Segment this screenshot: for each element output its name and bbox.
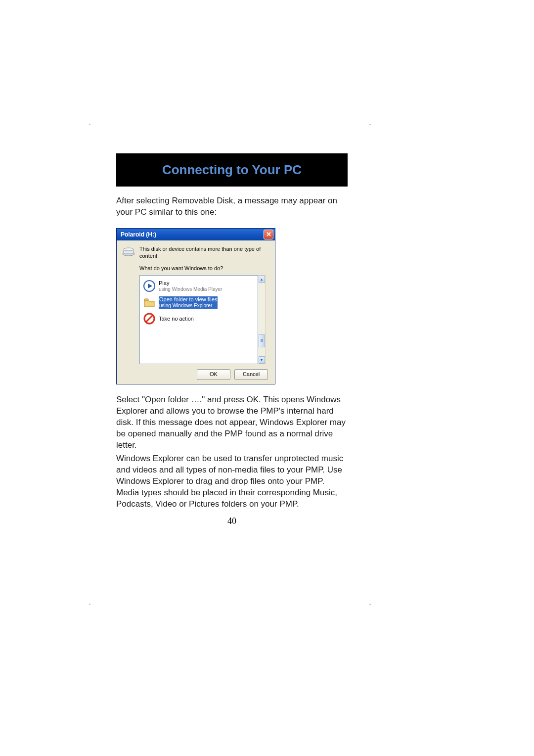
chevron-up-icon: ▴ (261, 277, 263, 282)
no-action-icon (143, 312, 156, 325)
option-title: Open folder to view files (159, 296, 218, 303)
folder-icon (143, 296, 156, 309)
body-paragraph-1: Select "Open folder …." and press OK. Th… (116, 394, 348, 451)
dialog-message: This disk or device contains more than o… (139, 245, 270, 260)
autoplay-dialog-figure: Polaroid (H:) ✕ This disk or device cont… (116, 228, 275, 385)
dialog-titlebar: Polaroid (H:) ✕ (117, 229, 275, 240)
scroll-down-button[interactable]: ▾ (259, 356, 265, 364)
intro-paragraph: After selecting Removable Disk, a messag… (116, 195, 348, 218)
ok-button[interactable]: OK (197, 369, 230, 380)
svg-rect-5 (144, 299, 148, 301)
list-item[interactable]: Open folder to view files using Windows … (142, 295, 256, 310)
scroll-thumb[interactable] (259, 334, 265, 347)
option-sub: using Windows Explorer (159, 303, 218, 309)
svg-line-7 (146, 315, 153, 322)
body-paragraph-2: Windows Explorer can be used to transfer… (116, 453, 348, 510)
dialog-body: This disk or device contains more than o… (117, 240, 275, 384)
svg-point-2 (124, 248, 134, 251)
action-listbox[interactable]: Play using Windows Media Player (139, 275, 258, 364)
option-title: Play (159, 280, 222, 286)
document-page: Connecting to Your PC After selecting Re… (116, 153, 348, 526)
scrollbar[interactable]: ▴ ▾ (258, 275, 266, 364)
close-button[interactable]: ✕ (264, 230, 273, 239)
list-item[interactable]: Play using Windows Media Player (142, 279, 256, 293)
section-heading: Connecting to Your PC (116, 153, 348, 187)
removable-disk-icon (122, 245, 135, 256)
play-icon (143, 280, 156, 292)
cancel-button[interactable]: Cancel (234, 369, 268, 380)
close-icon: ✕ (266, 231, 271, 237)
option-title: Take no action (159, 316, 194, 322)
scroll-up-button[interactable]: ▴ (259, 276, 265, 283)
page-number: 40 (116, 516, 348, 526)
dialog-prompt: What do you want Windows to do? (139, 265, 270, 271)
list-item[interactable]: Take no action (142, 311, 256, 326)
autoplay-dialog: Polaroid (H:) ✕ This disk or device cont… (116, 228, 275, 385)
dialog-title: Polaroid (H:) (121, 231, 156, 238)
option-sub: using Windows Media Player (159, 286, 222, 292)
chevron-down-icon: ▾ (261, 358, 263, 362)
